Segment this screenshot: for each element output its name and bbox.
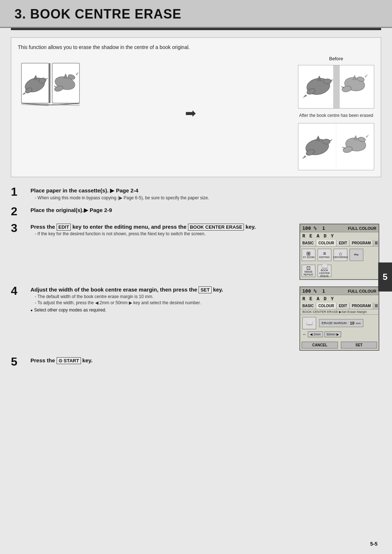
step-5-title: Press the ⊙ START key.	[30, 357, 381, 363]
lcd-image-repeat-btn[interactable]: ⊡ IMAGE REPEAT	[302, 265, 315, 277]
lcd-bottom-btns: CANCEL SET	[300, 342, 379, 350]
svg-rect-19	[333, 65, 340, 108]
lcd-set-btn[interactable]: SET	[341, 342, 377, 349]
book-center-erase-label: BOOK CENTER ERASE	[318, 269, 331, 277]
lcd-tab-more-2[interactable]: ☰	[373, 303, 379, 309]
lcd-tab-colour-1[interactable]: COLOUR	[316, 240, 336, 246]
step-2-number: 2	[11, 205, 25, 217]
lcd-mode-1: FULL COLOUR	[348, 226, 376, 231]
lcd-book-center-erase-btn[interactable]: 📖 BOOK CENTER ERASE	[318, 265, 331, 277]
step-4-note-2: To adjust the width, press the ◀ 2mm or …	[35, 300, 294, 305]
lcd-panel-1: 100 % 1 FULL COLOUR R E A D Y BASIC COLO…	[299, 224, 379, 280]
lcd-panel-2: 100 % 1 FULL COLOUR R E A D Y BASIC COLO…	[299, 286, 379, 351]
step-4-bullet-text: Select other copy modes as required.	[34, 307, 106, 313]
lcd-tab-colour-2[interactable]: COLOUR	[316, 303, 336, 309]
lcd-50mm-btn[interactable]: 50mm ▶	[324, 331, 342, 337]
lcd-tab-edit-1[interactable]: EDIT	[336, 240, 350, 246]
step-4-number: 4	[11, 285, 25, 297]
step-5-number: 5	[11, 356, 25, 367]
lcd-book-icon: 📖	[306, 321, 313, 326]
erase-margin-label: ERASE MARGIN :	[322, 321, 348, 325]
pre-label: Pre	[354, 253, 358, 256]
lcd-icons-row-1: ⊞ XY ZOOM ≡ EDITING ⌂ CENTERING	[300, 247, 379, 263]
editing-icon: ≡	[323, 251, 326, 256]
step-4-panel: 100 % 1 FULL COLOUR R E A D Y BASIC COLO…	[299, 286, 381, 351]
book-svg	[18, 56, 83, 112]
step-3-note: If the key for the desired function is n…	[35, 231, 294, 236]
page-number: 5-5	[370, 541, 377, 547]
lcd-tab-basic-1[interactable]: BASIC	[300, 240, 316, 246]
bullet-icon: ●	[30, 308, 33, 312]
step-3-content: Press the EDIT key to enter the editing …	[30, 224, 381, 280]
lcd-tabs-1: BASIC COLOUR EDIT PROGRAM ☰	[300, 240, 379, 247]
lcd-breadcrumb: BOOK CENTER ERASE ▶Set Erase Margin	[300, 309, 379, 315]
lcd-cancel-btn[interactable]: CANCEL	[302, 342, 338, 349]
lcd-tab-program-1[interactable]: PROGRAM	[350, 240, 373, 246]
step-3-number: 3	[11, 222, 25, 234]
step-3-body: Press the EDIT key to enter the editing …	[30, 224, 381, 280]
step-3: 3 Press the EDIT key to enter the editin…	[11, 224, 381, 280]
before-image-box	[298, 65, 374, 109]
before-image-svg	[298, 65, 374, 108]
lcd-2mm-btn[interactable]: ◀ 2mm	[308, 331, 323, 337]
lcd-erase-box: ERASE MARGIN : 10 mm	[319, 319, 363, 327]
after-label: After the book centre has been erased	[299, 113, 373, 118]
step-4-text: Adjust the width of the book centre eras…	[30, 286, 294, 313]
lcd-mode-2: FULL COLOUR	[348, 289, 376, 293]
before-label: Before	[329, 56, 343, 61]
illustration-area: ➡ Before	[18, 56, 374, 170]
arrows-icon: ↔	[302, 332, 306, 337]
step-4-title: Adjust the width of the book centre eras…	[30, 286, 294, 293]
step-3-panel: 100 % 1 FULL COLOUR R E A D Y BASIC COLO…	[299, 224, 381, 280]
step-3-text: Press the EDIT key to enter the editing …	[30, 224, 294, 236]
editing-label: EDITING	[319, 256, 330, 259]
lcd-tabs-2: BASIC COLOUR EDIT PROGRAM ☰	[300, 303, 379, 309]
svg-marker-22	[303, 94, 307, 98]
step-5: 5 Press the ⊙ START key.	[11, 357, 381, 367]
image-repeat-icon: ⊡	[306, 265, 311, 270]
lcd-xy-zoom-btn[interactable]: ⊞ XY ZOOM	[302, 249, 315, 261]
centering-label: CENTERING	[333, 256, 348, 259]
illustration-box: This function allows you to erase the sh…	[11, 37, 381, 177]
centering-icon: ⌂	[339, 251, 342, 256]
step-2-title: Place the original(s).▶ Page 2-9	[30, 207, 381, 213]
lcd-icons-row-2: ⊡ IMAGE REPEAT 📖 BOOK CENTER ERASE	[300, 263, 379, 279]
erase-margin-unit: mm	[356, 322, 360, 325]
step-1-content: Place paper in the cassette(s). ▶ Page 2…	[30, 187, 381, 200]
step-4-content: Adjust the width of the book centre eras…	[30, 286, 381, 351]
lcd-book-icon-btn[interactable]: 📖	[302, 317, 316, 329]
side-tab: 5	[378, 262, 392, 292]
step-4-body: Adjust the width of the book centre eras…	[30, 286, 381, 351]
step-1: 1 Place paper in the cassette(s). ▶ Page…	[11, 187, 381, 200]
svg-marker-28	[365, 74, 368, 78]
lcd-top-bar-2: 100 % 1 FULL COLOUR	[300, 287, 379, 295]
step-3-title: Press the EDIT key to enter the editing …	[30, 224, 294, 230]
step-1-title: Place paper in the cassette(s). ▶ Page 2…	[30, 187, 381, 194]
lcd-pre-btn[interactable]: Pre	[350, 249, 363, 261]
lcd-centering-btn[interactable]: ⌂ CENTERING	[334, 249, 347, 261]
main-content: This function allows you to erase the sh…	[0, 30, 392, 381]
lcd-tab-program-2[interactable]: PROGRAM	[350, 303, 373, 309]
book-center-erase-icon: 📖	[322, 264, 328, 269]
lcd-tab-edit-2[interactable]: EDIT	[336, 303, 350, 309]
step-2-content: Place the original(s).▶ Page 2-9	[30, 207, 381, 215]
lcd-tab-basic-2[interactable]: BASIC	[300, 303, 316, 309]
after-image-box	[298, 123, 374, 170]
lcd-tab-more-1[interactable]: ☰	[373, 240, 379, 246]
after-image-svg	[298, 123, 374, 170]
lcd-ready-2: R E A D Y	[300, 295, 379, 303]
step-2: 2 Place the original(s).▶ Page 2-9	[11, 207, 381, 217]
lcd-editing-btn[interactable]: ≡ EDITING	[318, 249, 331, 261]
right-illustrations: Before	[298, 56, 374, 170]
lcd-step4-content: 📖 ERASE MARGIN : 10 mm ↔ ◀ 2mm	[300, 315, 379, 342]
svg-point-24	[323, 79, 331, 84]
page-title: 3. BOOK CENTRE ERASE	[15, 7, 377, 22]
svg-point-38	[322, 139, 330, 144]
image-repeat-label: IMAGE REPEAT	[302, 270, 315, 276]
arrow-right-icon: ➡	[185, 106, 196, 121]
book-illustration	[18, 56, 83, 112]
intro-text: This function allows you to erase the sh…	[18, 44, 374, 50]
lcd-top-bar-1: 100 % 1 FULL COLOUR	[300, 224, 379, 232]
lcd-arrows-row: ↔ ◀ 2mm 50mm ▶	[302, 331, 376, 337]
xy-zoom-icon: ⊞	[306, 251, 311, 256]
